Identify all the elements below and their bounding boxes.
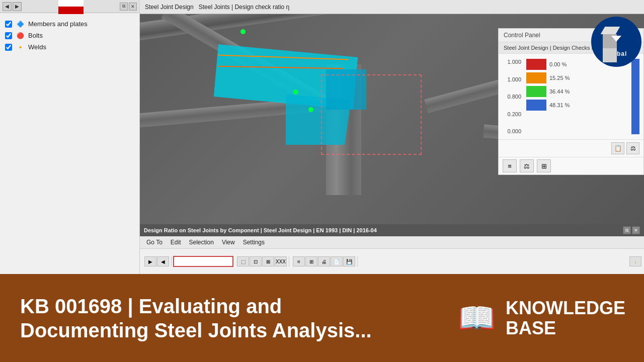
cp-bottom-toolbar: ≡ ⚖ ⊞ [499, 157, 643, 174]
bar-green [526, 86, 546, 97]
drp-restore-button[interactable]: ⧉ [623, 226, 631, 234]
axis-label-5: 1.000 [504, 59, 521, 65]
cp-bars: 0.00 % 15.25 % 36.44 % 48.31 % [526, 59, 638, 134]
viewport-scene: Dlubal Control Panel Steel Joint Design … [140, 14, 644, 236]
green-dot-1 [293, 89, 298, 95]
axis-label-2: 0.200 [504, 111, 521, 117]
toolbar-btn-5[interactable]: ⊠ [262, 256, 274, 266]
cp-toolbar: 📋 ⚖ [499, 139, 643, 157]
bar-red [526, 59, 546, 70]
menu-edit[interactable]: Edit [167, 238, 185, 246]
drp-window-controls: ⧉ ✕ [623, 226, 640, 234]
bar-orange-percent: 15.25 % [549, 75, 570, 81]
flag-icon [58, 0, 84, 14]
viewport-title: Steel Joint Design Steel Joints | Design… [145, 4, 289, 11]
viewport-titlebar: Steel Joint Design Steel Joints | Design… [140, 0, 644, 14]
cp-balance-button[interactable]: ⚖ [520, 159, 534, 172]
toolbar-btn-6[interactable]: XXX [275, 256, 287, 266]
nav-next-button[interactable]: ▶ [13, 2, 22, 11]
toolbar-btn-8[interactable]: ⊞ [305, 256, 317, 266]
toolbar-section-1: ▶ ◀ [142, 256, 172, 266]
welds-label: Welds [28, 43, 46, 51]
design-ratio-toolbar: ▶ ◀ ⬚ ⊡ ⊠ XXX ≡ ⊞ 🖨 📄 💾 ↓ [140, 248, 644, 274]
blue-indicator-bar [631, 59, 639, 134]
layer-list: 🔷 Members and plates 🔴 Bolts 🔸 Welds [0, 13, 139, 58]
panel-nav: ◀ ▶ [3, 2, 22, 11]
toolbar-btn-11[interactable]: 💾 [343, 256, 355, 266]
book-icon: 📖 [458, 300, 496, 336]
members-plates-icon: 🔷 [15, 21, 25, 28]
toolbar-btn-7[interactable]: ≡ [293, 256, 305, 266]
banner-title: KB 001698 | Evaluating and Documenting S… [20, 294, 423, 342]
bar-blue-percent: 48.31 % [549, 102, 570, 108]
bar-green-percent: 36.44 % [549, 88, 570, 95]
bolts-icon: 🔴 [15, 32, 25, 39]
knowledge-base-text: KNOWLEDGEBASE [506, 298, 625, 338]
bar-blue [526, 100, 546, 111]
cp-axis-labels: 1.000 1.000 0.800 0.200 0.000 [504, 59, 521, 134]
joint-highlight [185, 29, 336, 140]
toolbar-btn-1[interactable]: ▶ [144, 256, 156, 266]
cube-arrow-icon [611, 36, 621, 42]
viewport-3d: Dlubal Control Panel Steel Joint Design … [140, 0, 644, 236]
cp-grid-button[interactable]: ⊞ [537, 159, 551, 172]
banner-right: 📖 KNOWLEDGEBASE [443, 288, 644, 348]
green-dot-3 [240, 29, 246, 34]
cp-table-button[interactable]: 📋 [611, 142, 624, 154]
cube-top-face [600, 27, 620, 34]
bar-orange [526, 72, 546, 83]
toolbar-btn-right-1[interactable]: ↓ [629, 256, 641, 266]
design-ratio-panel-titlebar: Design Ratio on Steel Joints by Componen… [140, 224, 644, 236]
menu-view[interactable]: View [218, 238, 239, 246]
design-ratio-menubar: Go To Edit Selection View Settings [140, 236, 644, 248]
flag-red [58, 7, 84, 14]
bolts-item[interactable]: 🔴 Bolts [4, 30, 135, 41]
toolbar-btn-3[interactable]: ⬚ [237, 256, 249, 266]
bar-row-green: 36.44 % [526, 86, 638, 97]
menu-goto[interactable]: Go To [142, 238, 167, 246]
welds-item[interactable]: 🔸 Welds [4, 41, 135, 53]
members-plates-checkbox[interactable] [5, 21, 12, 28]
restore-button[interactable]: ⧉ [120, 3, 128, 11]
toolbar-btn-4[interactable]: ⊡ [250, 256, 262, 266]
toolbar-btn-9[interactable]: 🖨 [318, 256, 330, 266]
left-panel-titlebar: ◀ ▶ ⧉ ✕ [0, 0, 139, 13]
toolbar-right: ↓ [629, 256, 641, 266]
axis-label-4: 1.000 [504, 76, 521, 82]
cube-right-face [603, 48, 617, 62]
bar-red-percent: 0.00 % [549, 61, 567, 67]
dlubal-logo: Dlubal [591, 17, 641, 67]
members-plates-item[interactable]: 🔷 Members and plates [4, 18, 135, 30]
bar-row-orange: 15.25 % [526, 72, 638, 83]
members-plates-label: Members and plates [28, 20, 88, 28]
software-area: ↙ ◀ ▶ ⧉ ✕ 🔷 Members and plates [0, 0, 644, 274]
cp-scale-button[interactable]: ⚖ [626, 142, 639, 154]
cp-chart: 1.000 1.000 0.800 0.200 0.000 0.00 % [499, 54, 643, 139]
menu-settings[interactable]: Settings [239, 238, 269, 246]
bottom-banner: KB 001698 | Evaluating and Documenting S… [0, 274, 644, 362]
bolts-checkbox[interactable] [5, 32, 12, 39]
axis-label-3: 0.800 [504, 94, 521, 100]
bolts-label: Bolts [28, 32, 43, 39]
drp-close-button[interactable]: ✕ [632, 226, 640, 234]
welds-checkbox[interactable] [5, 44, 12, 51]
banner-left: KB 001698 | Evaluating and Documenting S… [0, 284, 443, 352]
cp-list-button[interactable]: ≡ [503, 159, 517, 172]
toolbar-section-3: ≡ ⊞ 🖨 📄 💾 [291, 256, 358, 266]
flag-white [58, 0, 84, 7]
bar-row-blue: 48.31 % [526, 100, 638, 111]
green-dot-2 [308, 107, 313, 112]
left-panel: ◀ ▶ ⧉ ✕ 🔷 Members and plates 🔴 Bolts [0, 0, 140, 274]
toolbar-btn-10[interactable]: 📄 [331, 256, 343, 266]
toolbar-btn-2[interactable]: ◀ [157, 256, 169, 266]
axis-label-1: 0.000 [504, 128, 521, 134]
design-ratio-title: Design Ratio on Steel Joints by Componen… [144, 227, 377, 233]
nav-prev-button[interactable]: ◀ [3, 2, 12, 11]
wireframe-selection [321, 74, 422, 155]
dlubal-cube-icon [603, 27, 630, 49]
menu-selection[interactable]: Selection [185, 238, 218, 246]
welds-icon: 🔸 [15, 44, 25, 51]
close-button[interactable]: ✕ [129, 3, 137, 11]
search-input-field[interactable] [173, 256, 233, 267]
banner-title-text: KB 001698 | Evaluating and Documenting S… [20, 295, 372, 341]
